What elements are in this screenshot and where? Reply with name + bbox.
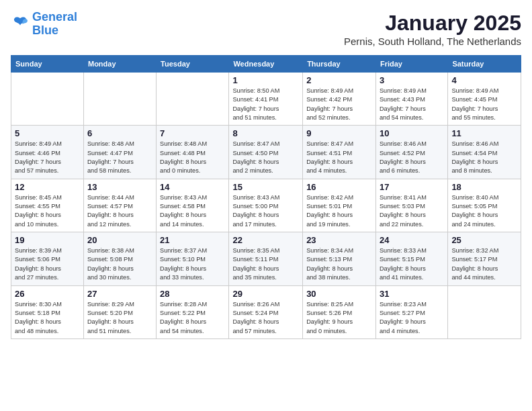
calendar-cell: 25Sunrise: 8:32 AM Sunset: 5:17 PM Dayli… bbox=[448, 232, 521, 285]
calendar-cell: 15Sunrise: 8:43 AM Sunset: 5:00 PM Dayli… bbox=[229, 179, 303, 232]
day-info: Sunrise: 8:46 AM Sunset: 4:54 PM Dayligh… bbox=[451, 140, 517, 175]
logo-text: General Blue bbox=[32, 11, 77, 38]
day-number: 13 bbox=[87, 182, 152, 192]
calendar-cell: 4Sunrise: 8:49 AM Sunset: 4:45 PM Daylig… bbox=[448, 73, 521, 126]
day-info: Sunrise: 8:48 AM Sunset: 4:48 PM Dayligh… bbox=[160, 140, 225, 175]
day-number: 30 bbox=[306, 289, 372, 299]
col-header-monday: Monday bbox=[83, 56, 156, 73]
day-number: 24 bbox=[380, 235, 444, 245]
day-number: 19 bbox=[15, 235, 80, 245]
day-info: Sunrise: 8:37 AM Sunset: 5:10 PM Dayligh… bbox=[160, 246, 225, 282]
day-number: 29 bbox=[232, 289, 299, 299]
calendar-cell: 1Sunrise: 8:50 AM Sunset: 4:41 PM Daylig… bbox=[229, 73, 303, 126]
day-number: 15 bbox=[232, 182, 299, 192]
day-number: 22 bbox=[232, 235, 299, 245]
day-number: 3 bbox=[380, 75, 444, 85]
day-info: Sunrise: 8:23 AM Sunset: 5:27 PM Dayligh… bbox=[380, 300, 444, 336]
calendar-header-row: SundayMondayTuesdayWednesdayThursdayFrid… bbox=[11, 56, 521, 73]
calendar-cell: 11Sunrise: 8:46 AM Sunset: 4:54 PM Dayli… bbox=[448, 126, 521, 179]
day-info: Sunrise: 8:45 AM Sunset: 4:55 PM Dayligh… bbox=[15, 193, 80, 229]
calendar-cell: 16Sunrise: 8:42 AM Sunset: 5:01 PM Dayli… bbox=[303, 179, 376, 232]
day-info: Sunrise: 8:29 AM Sunset: 5:20 PM Dayligh… bbox=[87, 300, 152, 336]
calendar-week-row: 26Sunrise: 8:30 AM Sunset: 5:18 PM Dayli… bbox=[11, 285, 521, 338]
day-number: 7 bbox=[160, 128, 225, 138]
calendar-cell: 18Sunrise: 8:40 AM Sunset: 5:05 PM Dayli… bbox=[448, 179, 521, 232]
calendar-cell: 20Sunrise: 8:38 AM Sunset: 5:08 PM Dayli… bbox=[83, 232, 156, 285]
day-info: Sunrise: 8:48 AM Sunset: 4:47 PM Dayligh… bbox=[87, 140, 152, 175]
calendar-week-row: 19Sunrise: 8:39 AM Sunset: 5:06 PM Dayli… bbox=[11, 232, 521, 285]
calendar-cell: 6Sunrise: 8:48 AM Sunset: 4:47 PM Daylig… bbox=[83, 126, 156, 179]
day-info: Sunrise: 8:49 AM Sunset: 4:43 PM Dayligh… bbox=[380, 87, 444, 122]
calendar-cell bbox=[448, 285, 521, 338]
day-info: Sunrise: 8:34 AM Sunset: 5:13 PM Dayligh… bbox=[306, 246, 372, 282]
col-header-tuesday: Tuesday bbox=[157, 56, 229, 73]
col-header-thursday: Thursday bbox=[303, 56, 376, 73]
day-info: Sunrise: 8:25 AM Sunset: 5:26 PM Dayligh… bbox=[306, 300, 372, 336]
calendar-subtitle: Pernis, South Holland, The Netherlands bbox=[344, 36, 521, 47]
day-number: 21 bbox=[160, 235, 225, 245]
calendar-cell: 9Sunrise: 8:47 AM Sunset: 4:51 PM Daylig… bbox=[303, 126, 376, 179]
day-info: Sunrise: 8:28 AM Sunset: 5:22 PM Dayligh… bbox=[160, 300, 225, 336]
day-number: 31 bbox=[380, 289, 444, 299]
day-info: Sunrise: 8:30 AM Sunset: 5:18 PM Dayligh… bbox=[15, 300, 80, 336]
calendar-cell: 10Sunrise: 8:46 AM Sunset: 4:52 PM Dayli… bbox=[375, 126, 447, 179]
day-number: 9 bbox=[306, 128, 372, 138]
day-number: 20 bbox=[87, 235, 152, 245]
day-number: 16 bbox=[306, 182, 372, 192]
day-info: Sunrise: 8:49 AM Sunset: 4:46 PM Dayligh… bbox=[15, 140, 80, 175]
col-header-sunday: Sunday bbox=[11, 56, 84, 73]
col-header-friday: Friday bbox=[375, 56, 447, 73]
day-info: Sunrise: 8:49 AM Sunset: 4:42 PM Dayligh… bbox=[306, 87, 372, 122]
day-info: Sunrise: 8:49 AM Sunset: 4:45 PM Dayligh… bbox=[451, 87, 517, 122]
day-info: Sunrise: 8:41 AM Sunset: 5:03 PM Dayligh… bbox=[380, 193, 444, 229]
col-header-wednesday: Wednesday bbox=[229, 56, 303, 73]
day-number: 1 bbox=[232, 75, 299, 85]
day-number: 28 bbox=[160, 289, 225, 299]
day-info: Sunrise: 8:43 AM Sunset: 4:58 PM Dayligh… bbox=[160, 193, 225, 229]
day-info: Sunrise: 8:26 AM Sunset: 5:24 PM Dayligh… bbox=[232, 300, 299, 336]
day-number: 11 bbox=[451, 128, 517, 138]
calendar-week-row: 12Sunrise: 8:45 AM Sunset: 4:55 PM Dayli… bbox=[11, 179, 521, 232]
calendar-cell: 17Sunrise: 8:41 AM Sunset: 5:03 PM Dayli… bbox=[375, 179, 447, 232]
day-info: Sunrise: 8:40 AM Sunset: 5:05 PM Dayligh… bbox=[451, 193, 517, 229]
day-info: Sunrise: 8:50 AM Sunset: 4:41 PM Dayligh… bbox=[232, 87, 299, 122]
day-info: Sunrise: 8:35 AM Sunset: 5:11 PM Dayligh… bbox=[232, 246, 299, 282]
calendar-table: SundayMondayTuesdayWednesdayThursdayFrid… bbox=[11, 55, 521, 339]
calendar-cell: 14Sunrise: 8:43 AM Sunset: 4:58 PM Dayli… bbox=[157, 179, 229, 232]
calendar-cell bbox=[83, 73, 156, 126]
calendar-cell: 30Sunrise: 8:25 AM Sunset: 5:26 PM Dayli… bbox=[303, 285, 376, 338]
logo-icon bbox=[11, 15, 30, 34]
calendar-cell: 8Sunrise: 8:47 AM Sunset: 4:50 PM Daylig… bbox=[229, 126, 303, 179]
day-info: Sunrise: 8:38 AM Sunset: 5:08 PM Dayligh… bbox=[87, 246, 152, 282]
calendar-cell: 3Sunrise: 8:49 AM Sunset: 4:43 PM Daylig… bbox=[375, 73, 447, 126]
calendar-cell: 21Sunrise: 8:37 AM Sunset: 5:10 PM Dayli… bbox=[157, 232, 229, 285]
calendar-cell: 13Sunrise: 8:44 AM Sunset: 4:57 PM Dayli… bbox=[83, 179, 156, 232]
calendar-cell bbox=[157, 73, 229, 126]
day-info: Sunrise: 8:47 AM Sunset: 4:51 PM Dayligh… bbox=[306, 140, 372, 175]
calendar-title: January 2025 bbox=[344, 11, 521, 36]
calendar-cell: 5Sunrise: 8:49 AM Sunset: 4:46 PM Daylig… bbox=[11, 126, 84, 179]
day-info: Sunrise: 8:47 AM Sunset: 4:50 PM Dayligh… bbox=[232, 140, 299, 175]
day-number: 17 bbox=[380, 182, 444, 192]
calendar-cell: 22Sunrise: 8:35 AM Sunset: 5:11 PM Dayli… bbox=[229, 232, 303, 285]
day-info: Sunrise: 8:32 AM Sunset: 5:17 PM Dayligh… bbox=[451, 246, 517, 282]
calendar-cell bbox=[11, 73, 84, 126]
col-header-saturday: Saturday bbox=[448, 56, 521, 73]
calendar-cell: 29Sunrise: 8:26 AM Sunset: 5:24 PM Dayli… bbox=[229, 285, 303, 338]
day-number: 12 bbox=[15, 182, 80, 192]
day-info: Sunrise: 8:39 AM Sunset: 5:06 PM Dayligh… bbox=[15, 246, 80, 282]
calendar-cell: 23Sunrise: 8:34 AM Sunset: 5:13 PM Dayli… bbox=[303, 232, 376, 285]
calendar-cell: 31Sunrise: 8:23 AM Sunset: 5:27 PM Dayli… bbox=[375, 285, 447, 338]
day-number: 4 bbox=[451, 75, 517, 85]
calendar-cell: 27Sunrise: 8:29 AM Sunset: 5:20 PM Dayli… bbox=[83, 285, 156, 338]
day-number: 23 bbox=[306, 235, 372, 245]
day-number: 5 bbox=[15, 128, 80, 138]
day-info: Sunrise: 8:46 AM Sunset: 4:52 PM Dayligh… bbox=[380, 140, 444, 175]
day-number: 10 bbox=[380, 128, 444, 138]
day-number: 25 bbox=[451, 235, 517, 245]
title-block: January 2025 Pernis, South Holland, The … bbox=[344, 11, 521, 47]
page-header: General Blue January 2025 Pernis, South … bbox=[11, 11, 521, 47]
day-info: Sunrise: 8:44 AM Sunset: 4:57 PM Dayligh… bbox=[87, 193, 152, 229]
day-info: Sunrise: 8:42 AM Sunset: 5:01 PM Dayligh… bbox=[306, 193, 372, 229]
calendar-cell: 7Sunrise: 8:48 AM Sunset: 4:48 PM Daylig… bbox=[157, 126, 229, 179]
